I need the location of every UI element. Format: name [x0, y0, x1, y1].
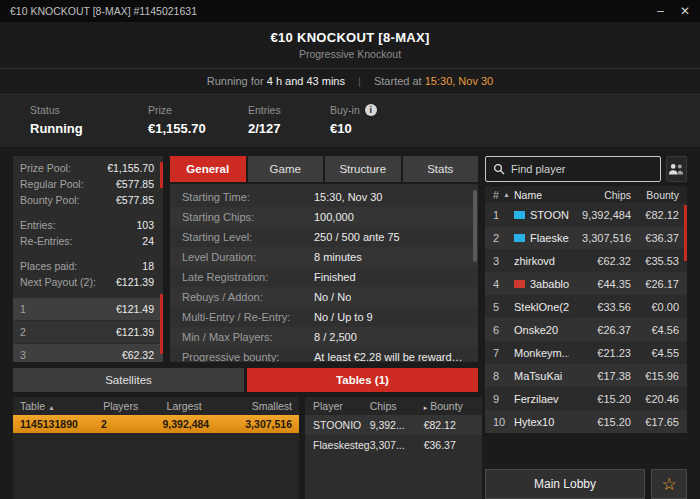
tables-header-players: Players	[103, 400, 166, 412]
chips-header[interactable]: Chips	[569, 189, 631, 201]
player-row[interactable]: 5 SteklOne(2) €33.56 €0.00	[485, 295, 687, 318]
name-header[interactable]: Name	[514, 189, 569, 201]
table-id: 1145131890	[20, 418, 101, 430]
player-search[interactable]	[485, 156, 661, 182]
detail-value: No / Up to 9	[314, 311, 373, 323]
bounty-header[interactable]: Bounty	[631, 189, 679, 201]
detail-label: Rebuys / Addon:	[182, 291, 314, 303]
detail-label: Starting Level:	[182, 231, 314, 243]
player-row[interactable]: 8 MaTsuKai €17.38 €15.96	[485, 364, 687, 387]
close-button[interactable]: ✕	[680, 4, 690, 18]
players-list: # ▲ Name Chips Bounty 1 STOONIO 9,392,48…	[485, 186, 687, 433]
player-row[interactable]: 9 Ferzilaev €15.20 €20.46	[485, 387, 687, 410]
player-row[interactable]: 1 STOONIO 9,392,484 €82.12	[485, 203, 687, 226]
sort-icon: ▸	[424, 404, 428, 411]
player-row[interactable]: 10 Hytex10 €15.20 €17.65	[485, 410, 687, 433]
detail-value: 8 / 2,500	[314, 331, 357, 343]
player-bounty: €4.55	[631, 347, 679, 359]
player-rank: 6	[493, 324, 514, 336]
player-rank: 3	[493, 255, 514, 267]
table-row[interactable]: 1145131890 2 9,392,484 3,307,516	[13, 415, 299, 433]
player-name: STOONIO	[514, 209, 569, 221]
flag-icon	[514, 234, 525, 242]
info-icon[interactable]: i	[365, 104, 377, 116]
main-lobby-button[interactable]: Main Lobby	[485, 469, 645, 499]
tables-header-smallest: Smallest	[252, 400, 292, 412]
search-input[interactable]	[511, 163, 653, 175]
stat-buyin-label: Buy-in i	[330, 104, 377, 116]
tab-tables[interactable]: Tables (1)	[247, 368, 478, 392]
minimize-button[interactable]: –	[657, 4, 664, 18]
player-name: MaTsuKai	[514, 370, 569, 382]
preview-player-name: Flaeskesteg	[313, 439, 370, 451]
player-row[interactable]: 3 zhirkovd €62.32 €35.53	[485, 249, 687, 272]
rank-header[interactable]: #	[493, 189, 503, 201]
player-rank: 4	[493, 278, 514, 290]
stat-buyin-label-text: Buy-in	[330, 104, 360, 116]
flag-icon	[514, 280, 525, 288]
preview-header-player: Player	[313, 400, 370, 412]
preview-player-name: STOONIO	[313, 419, 370, 431]
player-rank: 10	[493, 416, 514, 428]
player-name: Flaeskes...	[514, 232, 569, 244]
player-chips: 3,307,516	[569, 232, 631, 244]
prize-pool-value: €1,155.70	[107, 162, 154, 174]
player-rank: 8	[493, 370, 514, 382]
players-filter-button[interactable]	[666, 156, 687, 182]
player-rank: 7	[493, 347, 514, 359]
player-name: Ferzilaev	[514, 393, 569, 405]
stat-prize-value: €1,155.70	[148, 121, 248, 136]
tab-satellites[interactable]: Satellites	[13, 368, 244, 392]
table-smallest: 3,307,516	[245, 418, 292, 430]
preview-header: Player Chips ▸Bounty	[305, 397, 482, 415]
scrollbar-thumb[interactable]	[473, 190, 477, 262]
payout-place: 2	[20, 326, 26, 338]
tournament-type: Progressive Knockout	[0, 48, 700, 60]
payout-list: 1€121.49 2€121.39 3€62.32	[13, 298, 163, 362]
player-rank: 5	[493, 301, 514, 313]
tournament-lobby-window: €10 KNOCKOUT [8-MAX] #1145021631 – ✕ €10…	[0, 0, 700, 499]
bounty-pool-value: €577.85	[116, 194, 154, 206]
preview-player-row[interactable]: STOONIO 9,392... €82.12	[305, 415, 482, 435]
favorite-button[interactable]: ☆	[651, 469, 687, 499]
detail-label: Min / Max Players:	[182, 331, 314, 343]
scrollbar-thumb[interactable]	[160, 294, 163, 354]
sort-asc-icon: ▲	[48, 404, 55, 411]
player-chips: €44.35	[569, 278, 631, 290]
detail-value: 15:30, Nov 30	[314, 191, 383, 203]
regular-pool-label: Regular Pool:	[20, 178, 84, 190]
tab-game[interactable]: Game	[248, 156, 324, 182]
running-info: Running for 4 h and 43 mins | Started at…	[0, 68, 700, 94]
payout-place: 1	[20, 303, 26, 315]
player-row[interactable]: 2 Flaeskes... 3,307,516 €36.37	[485, 226, 687, 249]
tab-general[interactable]: General	[170, 156, 246, 182]
player-name: Hytex10	[514, 416, 569, 428]
player-chips: €26.37	[569, 324, 631, 336]
tournament-details: Starting Time:15:30, Nov 30 Starting Chi…	[170, 184, 478, 362]
header: €10 KNOCKOUT [8-MAX] Progressive Knockou…	[0, 22, 700, 60]
preview-player-bounty: €82.12	[424, 419, 474, 431]
scrollbar-thumb[interactable]	[684, 205, 687, 261]
preview-header-chips: Chips	[370, 400, 424, 412]
detail-value: 100,000	[314, 211, 354, 223]
stat-status-label: Status	[30, 104, 148, 116]
player-row[interactable]: 4 3abablo... €44.35 €26.17	[485, 272, 687, 295]
bottom-tabs: Satellites Tables (1)	[13, 368, 478, 392]
regular-pool-value: €577.85	[116, 178, 154, 190]
player-chips: €62.32	[569, 255, 631, 267]
entries-value: 103	[136, 219, 154, 231]
re-entries-label: Re-Entries:	[20, 235, 73, 247]
scrollbar-thumb[interactable]	[160, 162, 163, 188]
tab-stats[interactable]: Stats	[403, 156, 479, 182]
player-row[interactable]: 7 Monkeym... €21.23 €4.55	[485, 341, 687, 364]
player-bounty: €0.00	[631, 301, 679, 313]
player-row[interactable]: 6 Onske20 €26.37 €4.56	[485, 318, 687, 341]
detail-value: Finished	[314, 271, 356, 283]
stat-status: Status Running	[30, 104, 148, 136]
tab-structure[interactable]: Structure	[325, 156, 401, 182]
divider: |	[358, 75, 361, 87]
preview-player-row[interactable]: Flaeskesteg 3,307... €36.37	[305, 435, 482, 455]
player-rank: 2	[493, 232, 514, 244]
search-icon	[493, 163, 505, 175]
preview-player-chips: 3,307...	[370, 439, 424, 451]
